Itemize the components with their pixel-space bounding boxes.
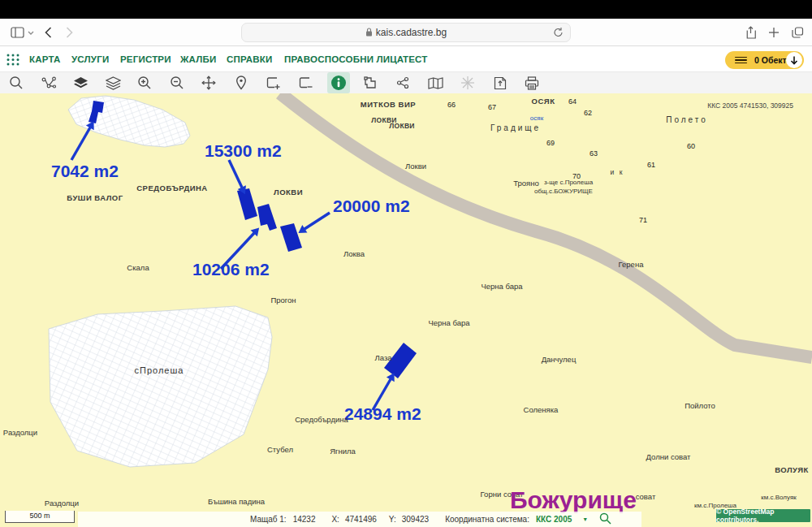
- coord-note: ККС 2005 4741530, 309925: [707, 102, 793, 110]
- area-annotation: 15300 m2: [205, 141, 282, 160]
- map-label: 64: [568, 97, 577, 106]
- map-label: осяк: [530, 114, 544, 122]
- map-label: Герена: [619, 260, 645, 269]
- layers-filled-tool-icon[interactable]: [69, 72, 92, 93]
- nav-link-3[interactable]: РЕГИСТРИ: [120, 46, 171, 72]
- osm-attribution: © OpenStreetMap contributors.: [716, 509, 810, 522]
- map-label: Ягнила: [330, 447, 356, 456]
- map-label: Полето: [666, 115, 708, 124]
- nav-link-1[interactable]: КАРТА: [29, 46, 60, 72]
- map-label: 63: [590, 149, 598, 158]
- map-label: Долни соват: [646, 452, 692, 461]
- map-label: Прогон: [270, 296, 296, 305]
- crs-value[interactable]: ККС 2005: [536, 515, 572, 524]
- map-label: Раздолци: [45, 499, 79, 508]
- chevron-down-icon[interactable]: [28, 31, 34, 35]
- y-value: 309423: [402, 515, 429, 524]
- apps-grid-icon[interactable]: [6, 54, 19, 66]
- sidebar-icon[interactable]: [11, 27, 24, 38]
- x-value: 4741496: [345, 515, 377, 524]
- crs-dropdown-icon[interactable]: ▼: [582, 516, 588, 522]
- map-label: Данчулец: [542, 355, 577, 364]
- search-tool-icon[interactable]: [5, 72, 28, 93]
- print-tool-icon[interactable]: [520, 72, 543, 93]
- x-label: X:: [331, 515, 339, 524]
- map-label: общ.с.БОЖУРИЩЕ: [534, 188, 593, 195]
- nav-link-2[interactable]: УСЛУГИ: [71, 46, 109, 72]
- back-button[interactable]: [45, 19, 52, 46]
- rect-plus-tool-icon[interactable]: [262, 72, 285, 93]
- address-bar[interactable]: kais.cadastre.bg: [241, 23, 571, 42]
- lock-icon: [365, 25, 373, 40]
- forward-button[interactable]: [66, 19, 73, 46]
- nav-link-7[interactable]: ТЕСТ: [403, 46, 428, 72]
- status-bar: Мащаб 1: 14232 X: 4741496 Y: 309423 Коор…: [78, 512, 641, 527]
- town-label: Божурище: [510, 486, 637, 513]
- map-label: ВОЛУЯК: [775, 465, 809, 474]
- browser-toolbar: kais.cadastre.bg: [0, 19, 812, 46]
- scale-bar: 500 m: [5, 511, 75, 523]
- map-label: Скала: [127, 263, 149, 272]
- layers-outline-tool-icon[interactable]: [102, 72, 124, 93]
- nav-link-4[interactable]: ЖАЛБИ: [180, 46, 216, 72]
- map-label: Черна бара: [428, 318, 470, 327]
- zoom-in-tool-icon[interactable]: [133, 72, 156, 93]
- area-annotation: 20000 m2: [333, 197, 410, 215]
- cadastral-map[interactable]: 7042 m215300 m220000 m210206 m224894 m2М…: [0, 93, 812, 527]
- area-annotation: 24894 m2: [344, 404, 421, 423]
- crs-label: Координатна система:: [445, 515, 529, 524]
- rect-minus-tool-icon[interactable]: [295, 72, 317, 93]
- map-label: 66: [447, 101, 456, 109]
- map-label: ОСЯК: [532, 97, 555, 106]
- map-label: Соленяка: [524, 405, 559, 414]
- map-label: сПролеша: [135, 365, 184, 375]
- map-label: СРЕДОБЪРДИНА: [136, 184, 207, 192]
- marker-tool-icon[interactable]: [230, 72, 253, 93]
- area-annotation: 7042 m2: [51, 162, 119, 180]
- map-label: Черна бара: [481, 282, 523, 291]
- y-label: Y:: [389, 515, 396, 524]
- pan-tool-icon[interactable]: [197, 72, 220, 93]
- map-label: 67: [488, 103, 496, 111]
- scale-value: 14232: [293, 515, 316, 524]
- map-label: соват: [636, 492, 656, 501]
- select-shape-tool-icon[interactable]: [359, 72, 382, 93]
- map-label: 69: [546, 139, 555, 147]
- map-label: МИТКОВ ВИР: [361, 100, 416, 109]
- reload-icon[interactable]: [553, 27, 564, 41]
- menu-icon: [735, 57, 747, 64]
- nodes-tool-icon[interactable]: [391, 72, 414, 93]
- share-icon[interactable]: [745, 26, 756, 39]
- export-tool-icon[interactable]: [489, 72, 512, 93]
- url-text: kais.cadastre.bg: [376, 27, 447, 38]
- map-folded-tool-icon[interactable]: [424, 72, 447, 93]
- map-label: Трояно: [513, 179, 539, 188]
- map-label: и к: [611, 168, 624, 176]
- zoom-out-tool-icon[interactable]: [166, 72, 188, 93]
- map-label: Раздолци: [3, 428, 37, 437]
- map-label: Средобърдина: [295, 415, 348, 424]
- route-nodes-tool-icon[interactable]: [37, 72, 60, 93]
- crosshair-tool-icon[interactable]: [456, 72, 479, 93]
- map-label: Локва: [343, 249, 365, 258]
- macos-menubar: [0, 0, 812, 19]
- map-label: км.с.Волуяк: [761, 494, 797, 501]
- collapse-button[interactable]: [786, 52, 802, 68]
- map-label: Лаза: [374, 353, 392, 362]
- map-label: Градище: [490, 123, 541, 132]
- nav-link-5[interactable]: СПРАВКИ: [227, 46, 273, 72]
- tabs-overview-icon[interactable]: [792, 27, 804, 38]
- nav-link-6[interactable]: ПРАВОСПОСОБНИ ЛИЦА: [284, 46, 404, 72]
- scale-bar-label: 500 m: [6, 511, 74, 521]
- objects-button[interactable]: 0 Обекти: [725, 51, 804, 69]
- map-label: БУШИ ВАЛОГ: [67, 193, 123, 202]
- map-label: 71: [639, 216, 647, 224]
- area-annotation: 10206 m2: [192, 260, 270, 279]
- map-label: Пойлото: [685, 401, 715, 410]
- map-label: ЛОКВИ: [389, 122, 415, 130]
- map-label: з-ще с.Пролеша: [544, 179, 594, 186]
- map-search-icon[interactable]: [599, 512, 611, 526]
- map-label: 61: [647, 161, 655, 169]
- new-tab-icon[interactable]: [768, 27, 780, 38]
- info-tool-icon[interactable]: [327, 72, 350, 93]
